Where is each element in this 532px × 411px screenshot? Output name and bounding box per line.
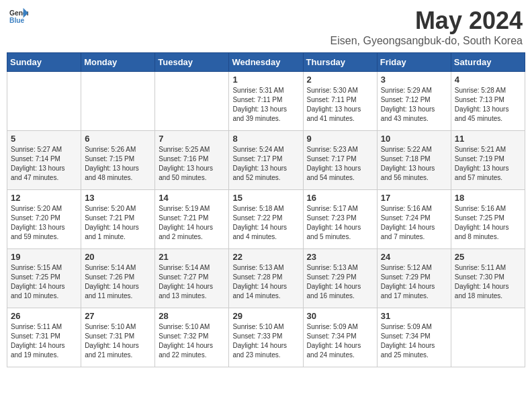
day-info: Sunrise: 5:27 AM Sunset: 7:14 PM Dayligh… <box>11 145 77 183</box>
day-number: 24 <box>381 252 447 262</box>
week-row-5: 26Sunrise: 5:11 AM Sunset: 7:31 PM Dayli… <box>7 308 525 367</box>
day-info: Sunrise: 5:29 AM Sunset: 7:12 PM Dayligh… <box>381 86 447 124</box>
logo: General Blue <box>9 7 28 26</box>
day-cell: 11Sunrise: 5:21 AM Sunset: 7:19 PM Dayli… <box>451 131 525 190</box>
calendar-subtitle: Eisen, Gyeongsangbuk-do, South Korea <box>330 35 523 47</box>
day-cell: 24Sunrise: 5:12 AM Sunset: 7:29 PM Dayli… <box>377 249 451 308</box>
day-number: 2 <box>307 75 373 85</box>
day-info: Sunrise: 5:11 AM Sunset: 7:31 PM Dayligh… <box>11 322 77 360</box>
week-row-1: 1Sunrise: 5:31 AM Sunset: 7:11 PM Daylig… <box>7 72 525 131</box>
day-cell <box>7 72 81 131</box>
day-cell: 18Sunrise: 5:16 AM Sunset: 7:25 PM Dayli… <box>451 190 525 249</box>
day-number: 29 <box>232 311 299 321</box>
day-info: Sunrise: 5:20 AM Sunset: 7:20 PM Dayligh… <box>11 204 77 242</box>
day-number: 10 <box>381 134 447 144</box>
day-cell: 15Sunrise: 5:18 AM Sunset: 7:22 PM Dayli… <box>229 190 303 249</box>
day-cell: 26Sunrise: 5:11 AM Sunset: 7:31 PM Dayli… <box>7 308 81 367</box>
day-info: Sunrise: 5:15 AM Sunset: 7:25 PM Dayligh… <box>11 263 77 301</box>
calendar-body: 1Sunrise: 5:31 AM Sunset: 7:11 PM Daylig… <box>7 72 525 367</box>
day-cell: 7Sunrise: 5:25 AM Sunset: 7:16 PM Daylig… <box>155 131 229 190</box>
day-info: Sunrise: 5:16 AM Sunset: 7:25 PM Dayligh… <box>455 204 521 242</box>
day-cell: 21Sunrise: 5:14 AM Sunset: 7:27 PM Dayli… <box>155 249 229 308</box>
day-info: Sunrise: 5:14 AM Sunset: 7:26 PM Dayligh… <box>85 263 151 301</box>
calendar-title: May 2024 <box>330 7 523 35</box>
title-area: May 2024 Eisen, Gyeongsangbuk-do, South … <box>330 7 523 47</box>
day-number: 26 <box>11 311 77 321</box>
day-cell: 12Sunrise: 5:20 AM Sunset: 7:20 PM Dayli… <box>7 190 81 249</box>
day-cell: 10Sunrise: 5:22 AM Sunset: 7:18 PM Dayli… <box>377 131 451 190</box>
day-info: Sunrise: 5:31 AM Sunset: 7:11 PM Dayligh… <box>232 86 299 124</box>
day-info: Sunrise: 5:13 AM Sunset: 7:28 PM Dayligh… <box>232 263 299 301</box>
col-wednesday: Wednesday <box>229 53 303 72</box>
col-saturday: Saturday <box>451 53 525 72</box>
day-info: Sunrise: 5:30 AM Sunset: 7:11 PM Dayligh… <box>307 86 373 124</box>
day-number: 7 <box>159 134 225 144</box>
week-row-2: 5Sunrise: 5:27 AM Sunset: 7:14 PM Daylig… <box>7 131 525 190</box>
day-info: Sunrise: 5:22 AM Sunset: 7:18 PM Dayligh… <box>381 145 447 183</box>
day-number: 11 <box>455 134 521 144</box>
week-row-3: 12Sunrise: 5:20 AM Sunset: 7:20 PM Dayli… <box>7 190 525 249</box>
day-number: 19 <box>11 252 77 262</box>
day-cell: 25Sunrise: 5:11 AM Sunset: 7:30 PM Dayli… <box>451 249 525 308</box>
day-cell: 2Sunrise: 5:30 AM Sunset: 7:11 PM Daylig… <box>303 72 377 131</box>
day-info: Sunrise: 5:10 AM Sunset: 7:33 PM Dayligh… <box>232 322 299 360</box>
day-number: 12 <box>11 193 77 203</box>
day-number: 20 <box>85 252 151 262</box>
day-cell: 27Sunrise: 5:10 AM Sunset: 7:31 PM Dayli… <box>81 308 155 367</box>
day-number: 27 <box>85 311 151 321</box>
day-cell: 9Sunrise: 5:23 AM Sunset: 7:17 PM Daylig… <box>303 131 377 190</box>
day-number: 6 <box>85 134 151 144</box>
day-number: 15 <box>232 193 299 203</box>
day-info: Sunrise: 5:09 AM Sunset: 7:34 PM Dayligh… <box>307 322 373 360</box>
day-info: Sunrise: 5:11 AM Sunset: 7:30 PM Dayligh… <box>455 263 521 301</box>
header-row: Sunday Monday Tuesday Wednesday Thursday… <box>7 53 525 72</box>
day-number: 28 <box>159 311 225 321</box>
week-row-4: 19Sunrise: 5:15 AM Sunset: 7:25 PM Dayli… <box>7 249 525 308</box>
day-info: Sunrise: 5:10 AM Sunset: 7:32 PM Dayligh… <box>159 322 225 360</box>
day-info: Sunrise: 5:16 AM Sunset: 7:24 PM Dayligh… <box>381 204 447 242</box>
day-number: 30 <box>307 311 373 321</box>
day-info: Sunrise: 5:20 AM Sunset: 7:21 PM Dayligh… <box>85 204 151 242</box>
day-cell <box>155 72 229 131</box>
day-number: 9 <box>307 134 373 144</box>
day-cell <box>451 308 525 367</box>
day-cell: 19Sunrise: 5:15 AM Sunset: 7:25 PM Dayli… <box>7 249 81 308</box>
day-info: Sunrise: 5:19 AM Sunset: 7:21 PM Dayligh… <box>159 204 225 242</box>
day-number: 14 <box>159 193 225 203</box>
day-cell: 17Sunrise: 5:16 AM Sunset: 7:24 PM Dayli… <box>377 190 451 249</box>
day-info: Sunrise: 5:25 AM Sunset: 7:16 PM Dayligh… <box>159 145 225 183</box>
day-cell: 3Sunrise: 5:29 AM Sunset: 7:12 PM Daylig… <box>377 72 451 131</box>
day-cell: 31Sunrise: 5:09 AM Sunset: 7:34 PM Dayli… <box>377 308 451 367</box>
day-info: Sunrise: 5:10 AM Sunset: 7:31 PM Dayligh… <box>85 322 151 360</box>
day-cell: 29Sunrise: 5:10 AM Sunset: 7:33 PM Dayli… <box>229 308 303 367</box>
day-cell: 13Sunrise: 5:20 AM Sunset: 7:21 PM Dayli… <box>81 190 155 249</box>
logo-icon: General Blue <box>9 7 28 26</box>
day-cell: 20Sunrise: 5:14 AM Sunset: 7:26 PM Dayli… <box>81 249 155 308</box>
col-sunday: Sunday <box>7 53 81 72</box>
calendar-header: Sunday Monday Tuesday Wednesday Thursday… <box>7 53 525 72</box>
day-cell: 28Sunrise: 5:10 AM Sunset: 7:32 PM Dayli… <box>155 308 229 367</box>
day-cell <box>81 72 155 131</box>
col-thursday: Thursday <box>303 53 377 72</box>
calendar-table: Sunday Monday Tuesday Wednesday Thursday… <box>7 52 525 367</box>
day-info: Sunrise: 5:26 AM Sunset: 7:15 PM Dayligh… <box>85 145 151 183</box>
day-number: 17 <box>381 193 447 203</box>
day-number: 13 <box>85 193 151 203</box>
day-info: Sunrise: 5:24 AM Sunset: 7:17 PM Dayligh… <box>232 145 299 183</box>
day-cell: 14Sunrise: 5:19 AM Sunset: 7:21 PM Dayli… <box>155 190 229 249</box>
day-number: 22 <box>232 252 299 262</box>
col-monday: Monday <box>81 53 155 72</box>
day-cell: 16Sunrise: 5:17 AM Sunset: 7:23 PM Dayli… <box>303 190 377 249</box>
day-cell: 22Sunrise: 5:13 AM Sunset: 7:28 PM Dayli… <box>229 249 303 308</box>
day-cell: 5Sunrise: 5:27 AM Sunset: 7:14 PM Daylig… <box>7 131 81 190</box>
day-info: Sunrise: 5:21 AM Sunset: 7:19 PM Dayligh… <box>455 145 521 183</box>
day-info: Sunrise: 5:12 AM Sunset: 7:29 PM Dayligh… <box>381 263 447 301</box>
svg-text:Blue: Blue <box>9 17 25 24</box>
day-cell: 1Sunrise: 5:31 AM Sunset: 7:11 PM Daylig… <box>229 72 303 131</box>
day-cell: 8Sunrise: 5:24 AM Sunset: 7:17 PM Daylig… <box>229 131 303 190</box>
day-cell: 30Sunrise: 5:09 AM Sunset: 7:34 PM Dayli… <box>303 308 377 367</box>
day-number: 23 <box>307 252 373 262</box>
col-friday: Friday <box>377 53 451 72</box>
day-info: Sunrise: 5:14 AM Sunset: 7:27 PM Dayligh… <box>159 263 225 301</box>
day-info: Sunrise: 5:18 AM Sunset: 7:22 PM Dayligh… <box>232 204 299 242</box>
